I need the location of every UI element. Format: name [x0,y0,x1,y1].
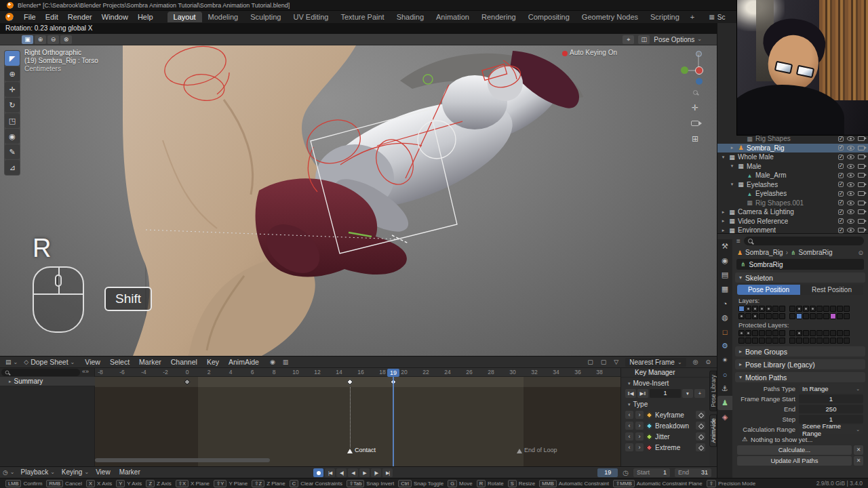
axis-y-ball[interactable] [681,66,688,74]
outliner-row[interactable]: Rig Shapes.001 [717,199,868,208]
armature-layer-button[interactable] [837,313,843,319]
protected-layer-button[interactable] [823,338,829,344]
protected-layer-button[interactable] [766,330,772,336]
key-manager-header[interactable]: Key Manager [621,368,709,378]
armature-layer-button[interactable] [759,313,765,319]
hide-eye-icon[interactable] [847,155,854,159]
exclude-checkbox[interactable] [838,145,844,150]
timeline-menu-item[interactable]: Marker [119,468,142,476]
outliner-row[interactable]: ▾ Male [717,162,868,171]
assign-key-type-button[interactable] [696,443,705,451]
toolbar-tool-button[interactable]: ◉ [5,129,20,144]
menu-item[interactable]: Help [133,13,158,21]
move-keys-right-button[interactable]: ▶‖ [637,389,648,398]
property-value-field[interactable]: 250 ⌄ [799,405,863,413]
expander-icon[interactable]: ▾ [729,182,735,187]
armature-layer-button[interactable] [823,306,829,312]
rest-position-button[interactable]: Rest Position [800,285,863,295]
armature-layer-button[interactable] [803,313,809,319]
sidebar-tab[interactable]: AnimAide [709,414,717,447]
properties-tab[interactable]: ⚙ [717,339,732,353]
dopesheet-menu-item[interactable]: AnimAide [224,358,263,366]
workspace-tab[interactable]: Shading [391,12,430,22]
protected-layer-button[interactable] [816,330,823,336]
clear-paths-button[interactable]: ✕ [854,456,863,466]
proportional-edit-icon[interactable]: ◎ [692,359,699,365]
armature-layer-button[interactable] [796,313,802,319]
assign-key-type-button[interactable] [696,432,705,441]
start-frame-field[interactable]: Start 1 [633,468,670,477]
properties-search-input[interactable] [744,237,864,245]
filter-collection-icon[interactable]: ▢ [587,359,594,365]
current-frame-field[interactable]: 19 [597,468,618,477]
editor-type-button[interactable]: ▤⌄ [5,359,18,365]
workspace-tab[interactable]: Rendering [475,12,522,22]
toolbar-tool-button[interactable]: ✛ [5,82,20,97]
workspace-tab[interactable]: Animation [430,12,475,22]
pose-library-panel-header[interactable]: ▸ Pose Library (Legacy) [735,359,865,369]
zoom-view-icon[interactable] [693,87,698,98]
timeline-marker[interactable]: Contact [347,447,376,453]
select-mode-button[interactable]: ▣ [22,35,33,44]
protected-layer-button[interactable] [837,338,843,344]
timeline-menu-item[interactable]: Keying ⌄ [62,468,89,476]
property-value-field[interactable]: 1 ⌄ [799,394,863,403]
timeline-menu-item[interactable]: View [96,468,113,476]
exclude-checkbox[interactable] [838,173,844,178]
armature-layer-button[interactable] [844,313,850,319]
timeline-marker[interactable]: End of Loop [517,447,557,453]
armature-layer-button[interactable] [745,306,751,312]
transport-button[interactable]: ◀ [348,468,358,477]
outliner-row[interactable]: ▾ Whole Male [717,152,868,162]
protected-layer-button[interactable] [803,330,809,336]
show-hidden-toggle-icon[interactable]: ▥ [282,359,290,365]
pin-icon[interactable]: ⊙ [858,249,863,256]
exclude-checkbox[interactable] [838,209,844,215]
protected-layer-button[interactable] [823,330,829,336]
disable-render-icon[interactable] [858,146,865,150]
protected-layer-button[interactable] [810,330,816,336]
editor-type-button[interactable]: ◷⌄ [3,469,15,476]
pose-position-button[interactable]: Pose Position [737,285,800,295]
disable-render-icon[interactable] [858,155,865,159]
transport-button[interactable]: ▶| [382,468,393,477]
outliner-row[interactable]: Rig Shapes [717,134,868,144]
protected-layer-button[interactable] [844,338,850,344]
workspace-tab[interactable]: UV Editing [287,12,334,22]
hide-eye-icon[interactable] [847,136,854,141]
protected-layer-button[interactable] [738,338,745,344]
armature-layer-button[interactable] [816,313,823,319]
properties-tab[interactable]: ▦ [717,282,732,296]
outliner-row[interactable]: ▸ Environment [717,226,868,234]
scene-selector[interactable]: ▦ Sc [709,14,725,21]
transport-button[interactable]: ▶ [359,468,370,477]
properties-tab[interactable]: ♟ [717,396,732,410]
armature-layer-button[interactable] [796,306,802,312]
dopesheet-menu-item[interactable]: Marker [135,358,165,366]
armature-layer-button[interactable] [738,306,745,312]
transport-button[interactable]: |◀ [325,468,335,477]
only-selected-toggle-icon[interactable]: ◉ [269,359,276,365]
armature-layer-button[interactable] [830,306,836,312]
blender-menu-icon[interactable] [5,13,14,21]
protected-layer-button[interactable] [789,338,795,344]
properties-tab[interactable]: ◍ [717,310,732,325]
select-previous-button[interactable]: ‹ [625,443,633,451]
exclude-checkbox[interactable] [838,155,844,160]
auto-key-record-button[interactable] [313,468,323,477]
expander-icon[interactable]: ▾ [729,163,735,169]
move-keys-left-button[interactable]: ‖◀ [625,389,636,398]
bone-groups-panel-header[interactable]: ▸ Bone Groups [735,346,865,357]
menu-item[interactable]: Edit [41,13,63,21]
amount-field[interactable]: 1 [650,389,681,398]
protected-layer-button[interactable] [766,338,772,344]
properties-tab[interactable]: ✴ [717,353,732,367]
protected-layer-button[interactable] [830,338,836,344]
disable-render-icon[interactable] [858,173,865,178]
select-next-button[interactable]: › [635,432,644,441]
dopesheet-menu-item[interactable]: Channel [167,358,201,366]
workspace-tab[interactable]: Compositing [522,12,576,22]
properties-tab[interactable]: ⚒ [717,239,732,253]
end-frame-field[interactable]: End 31 [675,468,711,477]
armature-layer-button[interactable] [823,313,829,319]
